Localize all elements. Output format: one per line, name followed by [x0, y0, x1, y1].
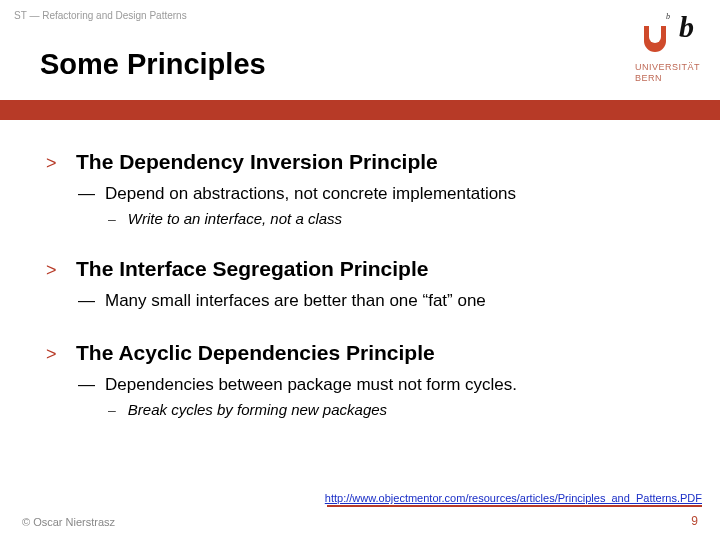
slide: ST — Refactoring and Design Patterns Som…	[0, 0, 720, 540]
principle-note: Break cycles by forming new packages	[128, 401, 387, 418]
breadcrumb: ST — Refactoring and Design Patterns	[14, 10, 187, 21]
page-title: Some Principles	[40, 48, 266, 81]
principle-note: Write to an interface, not a class	[128, 210, 342, 227]
bullet-l1-icon: >	[46, 153, 60, 174]
principle-sub: Dependencies between package must not fo…	[105, 375, 517, 395]
principle-title: The Dependency Inversion Principle	[76, 150, 438, 174]
logo-text: UNIVERSITÄT BERN	[635, 62, 700, 84]
reference-link-row: http://www.objectmentor.com/resources/ar…	[325, 492, 702, 504]
bullet-l3-icon: –	[108, 402, 116, 418]
principle-sub: Many small interfaces are better than on…	[105, 291, 486, 311]
bullet-l1-icon: >	[46, 344, 60, 365]
university-logo: b b UNIVERSITÄT BERN	[604, 6, 700, 96]
link-underline	[327, 505, 702, 507]
footer-copyright: © Oscar Nierstrasz	[22, 516, 115, 528]
bullet-l2-icon: —	[78, 291, 95, 311]
principle-block: > The Acyclic Dependencies Principle — D…	[46, 341, 690, 418]
logo-text-line1: UNIVERSITÄT	[635, 62, 700, 72]
footer-page-number: 9	[691, 514, 698, 528]
bullet-l2-icon: —	[78, 375, 95, 395]
reference-link[interactable]: http://www.objectmentor.com/resources/ar…	[325, 492, 702, 504]
logo-superscript: b	[666, 12, 670, 21]
divider-bar	[0, 100, 720, 120]
logo-b-icon: b	[679, 10, 694, 44]
bullet-l2-icon: —	[78, 184, 95, 204]
bullet-l1-icon: >	[46, 260, 60, 281]
logo-u-icon	[644, 26, 666, 52]
principle-sub: Depend on abstractions, not concrete imp…	[105, 184, 516, 204]
principle-title: The Acyclic Dependencies Principle	[76, 341, 435, 365]
principle-block: > The Interface Segregation Principle — …	[46, 257, 690, 311]
bullet-l3-icon: –	[108, 211, 116, 227]
principle-title: The Interface Segregation Principle	[76, 257, 428, 281]
principle-block: > The Dependency Inversion Principle — D…	[46, 150, 690, 227]
logo-text-line2: BERN	[635, 73, 662, 83]
content-area: > The Dependency Inversion Principle — D…	[46, 150, 690, 448]
